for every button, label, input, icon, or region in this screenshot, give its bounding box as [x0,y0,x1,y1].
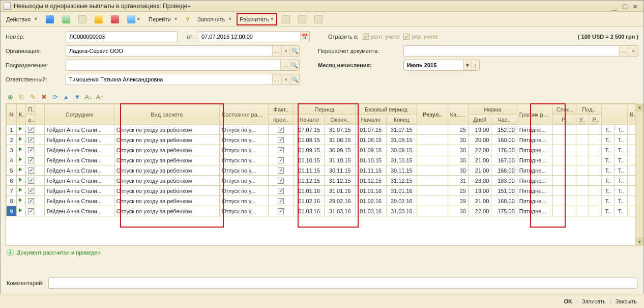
division-label: Подразделение: [6,62,62,68]
month-field[interactable]: ▼↕ [403,60,480,71]
date-field[interactable]: 📅 [198,31,310,42]
from-label: от: [187,34,194,40]
col-norm-hours[interactable]: Час.. [491,115,517,125]
col-r[interactable]: Р.. [553,115,576,125]
month-step-btn[interactable]: ↕ [471,60,479,70]
sort-asc-icon[interactable]: A↓ [84,92,93,101]
col-period-start[interactable]: Начало [294,115,325,125]
tb-icon-7[interactable] [278,14,294,25]
refresh-icon[interactable]: ⟳ [50,92,60,101]
table-row[interactable]: 3✓Гейден Анна Стани...Отпуск по уходу за… [7,145,638,155]
col-k[interactable]: К.. [17,104,26,125]
tb-icon-3[interactable] [75,14,90,25]
table-row[interactable]: 1✓Гейден Анна Стани...Отпуск по уходу за… [7,125,638,135]
col-period[interactable]: Период [294,104,355,115]
table-row[interactable]: 6✓Гейден Анна Стани...Отпуск по уходу за… [7,176,638,186]
data-grid[interactable]: N К.. П.. Сотрудник Вид расчета Состояни… [6,103,638,246]
resp-select-btn[interactable]: ... [272,74,281,85]
col-pa[interactable]: а.. [26,115,35,125]
recalc-select-btn[interactable]: ... [619,46,628,56]
tb-icon-4[interactable] [91,14,106,25]
resp-clear-btn[interactable]: × [281,74,290,85]
sort-desc-icon[interactable]: A↑ [95,92,104,101]
tb-icon-2[interactable] [58,14,74,25]
col-fact1[interactable]: Факт.. [268,104,294,115]
move-up-icon[interactable]: ▲ [62,92,71,101]
col-blank2[interactable] [602,104,627,125]
table-row[interactable]: 7✓Гейден Анна Стани...Отпуск по уходу за… [7,186,638,196]
tb-icon-5[interactable] [107,14,123,25]
move-down-icon[interactable]: ▼ [73,92,82,101]
resp-open-btn[interactable]: 🔍 [290,74,299,85]
col-norm[interactable]: Норма [468,104,517,115]
org-select-btn[interactable]: ... [272,46,281,56]
calc-menu-highlighted[interactable]: Рассчитать▼ [237,13,277,25]
table-row[interactable]: 5✓Гейден Анна Стани...Отпуск по уходу за… [7,165,638,176]
recalc-clear-btn[interactable]: × [629,46,638,56]
add-row-icon[interactable]: ⊕ [6,92,15,101]
org-clear-btn[interactable]: × [281,46,290,56]
comment-label: Комментарий: [7,280,43,286]
col-worker-state[interactable]: Состояние работника [219,104,268,125]
window-title: Невыходы и одноразовые выплаты в организ… [14,3,191,10]
close-button[interactable]: ✕ [630,2,640,10]
fill-menu[interactable]: Заполнить▼ [194,14,236,25]
actions-menu[interactable]: Действия▼ [3,14,41,25]
col-base-start[interactable]: Начало [356,115,387,125]
responsible-field[interactable]: ...×🔍 [66,74,300,85]
col-p[interactable]: П.. [26,104,35,115]
col-employee[interactable]: Сотрудник [44,104,114,125]
tb-icon-9[interactable] [311,14,326,25]
division-field[interactable]: ...🔍 [66,60,300,71]
main-toolbar: Действия▼ ▼ Перейти▼ ? Заполнить▼ Рассчи… [1,12,643,27]
col-fact2[interactable]: прои.. [268,115,294,125]
org-open-btn[interactable]: 🔍 [290,46,299,56]
col-norm-days[interactable]: Дней [468,115,491,125]
reflect-regl-checkbox[interactable]: ✓регл. учете [363,34,400,40]
copy-row-icon[interactable]: ⎘ [17,92,26,101]
col-r2[interactable]: Р.. [589,115,602,125]
scroll-down-btn[interactable]: ▼ [636,238,638,246]
table-row[interactable]: 2✓Гейден Анна Стани...Отпуск по уходу за… [7,135,638,145]
table-row[interactable]: 8✓Гейден Анна Стани...Отпуск по уходу за… [7,196,638,206]
div-open-btn[interactable]: 🔍 [290,60,299,70]
table-row[interactable]: 4✓Гейден Анна Стани...Отпуск по уходу за… [7,155,638,165]
help-icon[interactable]: ? [183,14,193,25]
recalc-label: Перерасчет документа: [318,48,399,54]
edit-row-icon[interactable]: ✎ [28,92,37,101]
save-button[interactable]: Записать [580,298,608,304]
scroll-up-btn[interactable]: ▲ [636,103,638,111]
col-way[interactable]: Спос.. [553,104,576,115]
comment-field[interactable] [48,277,637,289]
org-field[interactable]: ...×🔍 [66,45,300,57]
delete-row-icon[interactable]: ✖ [39,92,48,101]
col-cal-days[interactable]: Ка.. дни [448,104,468,125]
maximize-button[interactable]: □ [620,2,630,10]
col-div[interactable]: Под.. [576,104,601,115]
col-base-period[interactable]: Базовый период [356,104,417,115]
col-n[interactable]: N [7,104,17,125]
col-base-end[interactable]: Конец [386,115,417,125]
calendar-icon[interactable]: 📅 [300,32,309,42]
col-period-end[interactable]: Оконч.. [325,115,356,125]
org-label: Организация: [6,48,62,54]
vertical-scrollbar[interactable]: ▲ ▼ [635,103,638,246]
col-schedule[interactable]: График работы [517,104,553,125]
minimize-button[interactable]: _ [609,2,620,10]
col-result[interactable]: Резул.. [417,104,448,125]
go-menu[interactable]: Перейти▼ [145,14,182,25]
col-blank[interactable] [35,104,44,125]
col-u[interactable]: У.. [576,115,589,125]
col-calc-type[interactable]: Вид расчета [114,104,219,125]
close-button[interactable]: Закрыть [613,298,639,304]
tb-icon-8[interactable] [295,14,310,25]
month-dd-btn[interactable]: ▼ [463,60,472,70]
div-select-btn[interactable]: ... [280,60,289,70]
tb-icon-6[interactable]: ▼ [124,14,144,25]
number-field[interactable] [66,31,178,42]
reflect-upr-checkbox[interactable]: ✓упр. учете [403,34,438,40]
ok-button[interactable]: OK [562,298,574,304]
tb-icon-1[interactable] [42,14,57,25]
table-row[interactable]: 9✓Гейден Анна Стани...Отпуск по уходу за… [7,206,638,216]
recalc-field[interactable]: ...× [403,45,638,57]
